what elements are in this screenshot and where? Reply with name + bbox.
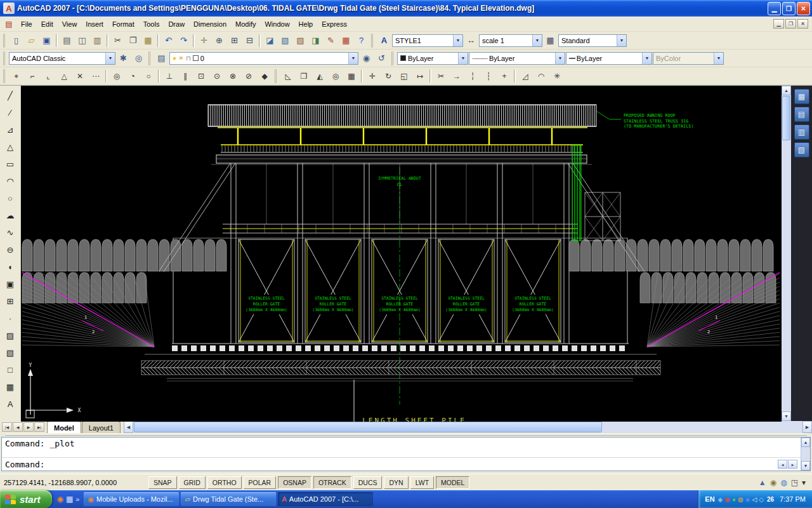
object-snap-toolbar-button[interactable]: ▦ <box>794 89 809 104</box>
join-button[interactable]: + <box>497 69 512 83</box>
tab-next-button[interactable]: ▶ <box>23 422 34 432</box>
scroll-left-button[interactable]: ◀ <box>124 421 133 433</box>
tab-layout1[interactable]: Layout1 <box>82 421 121 433</box>
multiline-text-tool-button[interactable]: A <box>3 396 18 411</box>
break-button[interactable]: ┆ <box>481 69 496 83</box>
show-desktop-quicklaunch-icon[interactable]: ▦ <box>66 495 73 504</box>
vertical-scrollbar[interactable]: ▲ ▼ <box>782 86 791 421</box>
snap-to-center-button[interactable]: ◎ <box>109 69 124 83</box>
line-tool-button[interactable]: ╱ <box>3 88 18 103</box>
osnap-settings-button[interactable]: ◆ <box>257 69 272 83</box>
zoom-previous-button[interactable]: ⊟ <box>242 33 257 48</box>
snap-to-insert-button[interactable]: ⊡ <box>193 69 209 83</box>
snap-to-nearest-button[interactable]: ⊗ <box>225 69 240 83</box>
command-scroll-up-button[interactable]: ▲ <box>801 438 810 447</box>
command-prompt-row[interactable]: Command: ◀ ▶ <box>2 458 801 471</box>
command-window-splitter[interactable] <box>5 434 807 436</box>
table-tool-button[interactable]: ▦ <box>3 379 18 394</box>
menu-item[interactable]: Format <box>108 18 139 30</box>
coordinate-display[interactable]: 257129.4141, -121688.9907, 0.0000 <box>4 479 147 486</box>
qnew-button[interactable]: ▯ <box>9 33 23 48</box>
paste-button[interactable]: ▦ <box>141 33 155 48</box>
vscroll-thumb[interactable] <box>782 96 790 140</box>
gradient-tool-button[interactable]: ▧ <box>3 345 18 360</box>
menu-item[interactable]: View <box>58 18 82 30</box>
update-tray-icon[interactable]: ◍ <box>738 496 743 503</box>
osnap-toggle[interactable]: OSNAP <box>278 476 311 489</box>
markup-set-manager-button[interactable]: ✎ <box>324 33 338 48</box>
usb-tray-icon[interactable]: ◇ <box>759 496 764 503</box>
browser-quicklaunch-icon[interactable]: ◉ <box>57 495 63 504</box>
designcenter-button[interactable]: ▧ <box>278 33 292 48</box>
temporary-track-point-button[interactable]: ⌖ <box>9 69 24 83</box>
polygon-tool-button[interactable]: △ <box>3 139 18 154</box>
menu-item[interactable]: Edit <box>37 18 58 30</box>
snap-toggle[interactable]: SNAP <box>148 476 177 489</box>
volume-tray-icon[interactable]: ◁ <box>752 496 757 503</box>
table-style-combo[interactable]: Standard ▼ <box>558 34 627 47</box>
ducs-toggle[interactable]: DUCS <box>353 476 383 489</box>
menu-item[interactable]: Draw <box>164 18 189 30</box>
trim-button[interactable]: ✂ <box>433 69 449 83</box>
make-object-layer-current-button[interactable]: ◉ <box>359 51 374 65</box>
workspace-combo[interactable]: AutoCAD Classic ▼ <box>9 52 115 65</box>
layer-combo[interactable]: ● ☀ ⊓ 0 ▼ <box>169 52 358 65</box>
zoom-realtime-button[interactable]: ⊕ <box>212 33 226 48</box>
snap-to-perpendicular-button[interactable]: ⊥ <box>162 69 177 83</box>
revision-cloud-tool-button[interactable]: ☁ <box>3 208 18 223</box>
mdi-close-button[interactable]: ✕ <box>797 19 808 29</box>
properties-button[interactable]: ◪ <box>263 33 277 48</box>
explode-button[interactable]: ✳ <box>549 69 565 83</box>
restore-button[interactable]: ❐ <box>782 2 796 15</box>
chamfer-button[interactable]: ◿ <box>518 69 533 83</box>
snap-to-extension-button[interactable]: ⋯ <box>88 69 103 83</box>
tab-prev-button[interactable]: ◀ <box>13 422 23 432</box>
snap-to-endpoint-button[interactable]: ⌞ <box>41 69 56 83</box>
messenger-tray-icon[interactable]: ● <box>732 496 736 503</box>
construction-line-tool-button[interactable]: ∕ <box>3 105 18 120</box>
hscroll-thumb[interactable] <box>134 422 602 432</box>
tab-model[interactable]: Model <box>47 421 81 433</box>
make-block-tool-button[interactable]: ⊞ <box>3 293 18 309</box>
offset-button[interactable]: ◎ <box>328 69 343 83</box>
point-tool-button[interactable]: ∙ <box>3 311 18 326</box>
object-color-combo[interactable]: ByLayer ▼ <box>397 52 468 65</box>
polyline-tool-button[interactable]: ⊿ <box>3 122 18 137</box>
redo-button[interactable]: ↷ <box>176 33 191 48</box>
annotation-scale-status-icon[interactable]: ▲ <box>759 478 766 487</box>
save-workspace-button[interactable]: ◎ <box>131 51 146 65</box>
rectangle-tool-button[interactable]: ▭ <box>3 156 18 171</box>
ellipse-arc-tool-button[interactable]: ◖ <box>3 259 18 274</box>
ellipse-tool-button[interactable]: ⊖ <box>3 242 18 257</box>
task-firefox-mobile-uploads[interactable]: ◉ Mobile Uploads - Mozil... <box>84 492 179 506</box>
drawing-area[interactable]: PROPOSED AWNING ROOFSTAINLESS STEEL TRUS… <box>21 86 782 422</box>
clock[interactable]: 7:37 PM <box>780 495 806 503</box>
erase-button[interactable]: ◺ <box>280 69 296 83</box>
task-autocad-2007[interactable]: A AutoCAD 2007 - [C:\... <box>278 492 373 506</box>
pan-button[interactable]: ✛ <box>197 33 211 48</box>
language-indicator[interactable]: EN <box>705 495 714 503</box>
cut-button[interactable]: ✂ <box>110 33 125 48</box>
tab-first-button[interactable]: |◀ <box>2 422 12 432</box>
move-button[interactable]: ✛ <box>365 69 380 83</box>
save-button[interactable]: ▣ <box>39 33 54 48</box>
graphics-tray-icon[interactable]: ◆ <box>718 496 723 503</box>
menu-item[interactable]: Help <box>294 18 318 30</box>
model-toggle[interactable]: MODEL <box>436 476 469 489</box>
extend-button[interactable]: → <box>449 69 464 83</box>
antivirus-tray-icon[interactable]: ◉ <box>724 496 730 503</box>
arc-tool-button[interactable]: ◠ <box>3 173 18 189</box>
tab-last-button[interactable]: ▶| <box>34 422 44 432</box>
rotate-button[interactable]: ↻ <box>381 69 396 83</box>
plot-button[interactable]: ▤ <box>60 33 74 48</box>
toolbar-grip[interactable] <box>275 69 278 83</box>
orbit-toolbar-button[interactable]: ▧ <box>794 142 809 157</box>
snap-from-button[interactable]: ⌐ <box>25 69 40 83</box>
task-folder-drwg-tidal-gate[interactable]: ▱ Drwg Tidal Gate (Ste... <box>181 492 276 506</box>
toolbar-grip[interactable] <box>148 51 152 65</box>
text-style-combo[interactable]: STYLE1 ▼ <box>392 34 463 47</box>
lineweight-combo[interactable]: ━━ ByLayer ▼ <box>566 52 652 65</box>
hscroll-track[interactable] <box>603 421 802 433</box>
layer-properties-manager-button[interactable]: ▤ <box>154 51 169 65</box>
copy-object-button[interactable]: ❐ <box>296 69 311 83</box>
